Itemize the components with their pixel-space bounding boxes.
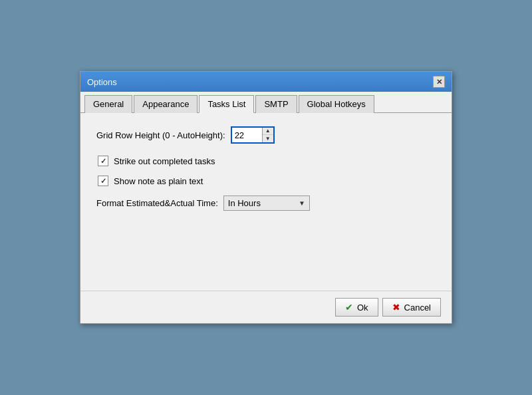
close-button[interactable]: ✕ [433, 76, 445, 88]
format-time-value: In Hours [228, 198, 261, 208]
tabs-bar: General Appearance Tasks List SMTP Globa… [80, 92, 452, 113]
ok-button[interactable]: ✔ Ok [335, 298, 378, 317]
cancel-icon: ✖ [392, 302, 400, 313]
spin-down-button[interactable]: ▼ [263, 135, 273, 142]
strike-out-row: ✓ Strike out completed tasks [96, 156, 436, 166]
grid-row-height-input[interactable] [232, 128, 262, 142]
show-note-checkbox[interactable]: ✓ [98, 176, 108, 186]
ok-icon: ✔ [345, 302, 353, 313]
tab-global-hotkeys[interactable]: Global Hotkeys [299, 95, 374, 113]
show-note-check-icon: ✓ [100, 177, 106, 186]
grid-row-height-label: Grid Row Height (0 - AutoHeight): [96, 130, 225, 140]
title-bar: Options ✕ [80, 72, 452, 92]
spinbox-arrows: ▲ ▼ [262, 128, 273, 142]
grid-row-height-row: Grid Row Height (0 - AutoHeight): ▲ ▼ [96, 126, 436, 144]
options-dialog: Options ✕ General Appearance Tasks List … [80, 71, 452, 324]
tab-general[interactable]: General [84, 95, 132, 113]
spin-up-button[interactable]: ▲ [263, 128, 273, 135]
show-note-label[interactable]: Show note as plain text [114, 176, 203, 186]
strike-out-checkbox[interactable]: ✓ [98, 156, 108, 166]
tab-content: Grid Row Height (0 - AutoHeight): ▲ ▼ ✓ … [80, 113, 452, 291]
tab-tasks-list[interactable]: Tasks List [199, 95, 254, 113]
chevron-down-icon: ▼ [299, 199, 305, 207]
tab-appearance[interactable]: Appearance [134, 95, 198, 113]
ok-label: Ok [357, 303, 368, 313]
format-time-row: Format Estimated&Actual Time: In Hours ▼ [96, 196, 436, 211]
tab-smtp[interactable]: SMTP [255, 95, 297, 113]
format-time-dropdown[interactable]: In Hours ▼ [223, 196, 310, 211]
cancel-label: Cancel [404, 303, 431, 313]
cancel-button[interactable]: ✖ Cancel [382, 298, 441, 317]
dialog-title: Options [87, 77, 117, 87]
close-icon: ✕ [436, 78, 442, 86]
show-note-row: ✓ Show note as plain text [96, 176, 436, 186]
strike-out-label[interactable]: Strike out completed tasks [114, 156, 215, 166]
strike-out-check-icon: ✓ [100, 157, 106, 166]
grid-row-height-spinbox[interactable]: ▲ ▼ [231, 126, 275, 144]
format-time-label: Format Estimated&Actual Time: [96, 198, 218, 208]
dialog-footer: ✔ Ok ✖ Cancel [80, 291, 452, 323]
